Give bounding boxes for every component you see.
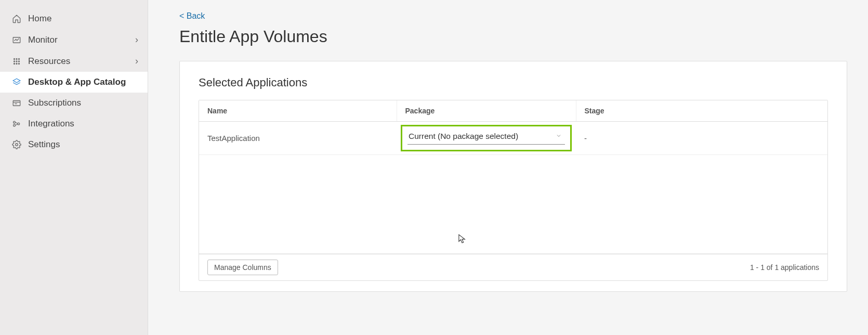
svg-point-5 <box>16 61 17 62</box>
sidebar-item-label: Resources <box>28 56 70 67</box>
svg-marker-10 <box>13 79 20 83</box>
catalog-icon <box>11 77 22 87</box>
svg-rect-11 <box>13 101 20 106</box>
svg-point-8 <box>16 63 17 64</box>
main-content: < Back Entitle App Volumes Selected Appl… <box>148 0 868 335</box>
svg-point-9 <box>19 63 20 64</box>
resources-icon <box>11 56 22 67</box>
svg-point-14 <box>14 121 16 123</box>
table-row: TestApplication Current (No package sele… <box>199 122 827 155</box>
sidebar-item-home[interactable]: Home <box>0 8 148 29</box>
svg-point-3 <box>19 58 20 59</box>
svg-point-2 <box>16 58 17 59</box>
column-header-name[interactable]: Name <box>199 100 397 122</box>
table-footer: Manage Columns 1 - 1 of 1 applications <box>199 254 827 280</box>
column-header-package[interactable]: Package <box>397 100 576 122</box>
column-header-stage[interactable]: Stage <box>576 100 827 122</box>
back-link[interactable]: < Back <box>179 11 205 20</box>
package-highlight: Current (No package selected) <box>401 125 572 151</box>
chevron-right-icon: › <box>135 56 138 67</box>
sidebar-item-label: Integrations <box>28 119 74 129</box>
subscriptions-icon <box>11 98 22 108</box>
integrations-icon <box>11 119 22 129</box>
svg-line-18 <box>15 124 18 125</box>
svg-point-1 <box>14 58 15 59</box>
package-dropdown-value: Current (No package selected) <box>409 132 518 141</box>
cell-stage: - <box>576 122 827 155</box>
package-dropdown[interactable]: Current (No package selected) <box>407 130 565 145</box>
sidebar-item-label: Settings <box>28 139 60 150</box>
card-title: Selected Applications <box>199 76 828 89</box>
sidebar-item-label: Subscriptions <box>28 98 81 108</box>
page-title: Entitle App Volumes <box>179 27 847 46</box>
sidebar-item-integrations[interactable]: Integrations <box>0 113 148 134</box>
applications-table: Name Package Stage TestApplication Curre… <box>199 100 827 254</box>
monitor-icon <box>11 35 22 45</box>
chevron-right-icon: › <box>135 34 138 45</box>
cell-package: Current (No package selected) <box>397 122 576 155</box>
sidebar-item-monitor[interactable]: Monitor › <box>0 29 148 50</box>
svg-line-17 <box>15 122 18 123</box>
chevron-down-icon <box>556 133 562 140</box>
svg-point-6 <box>19 61 20 62</box>
sidebar-item-desktop-app-catalog[interactable]: Desktop & App Catalog <box>0 72 148 93</box>
applications-table-wrap: Name Package Stage TestApplication Curre… <box>199 100 828 281</box>
sidebar-item-settings[interactable]: Settings <box>0 134 148 155</box>
svg-point-16 <box>18 123 20 125</box>
selected-applications-card: Selected Applications Name Package Stage… <box>179 61 847 292</box>
svg-point-19 <box>16 144 18 146</box>
table-empty-space <box>199 155 827 254</box>
footer-status: 1 - 1 of 1 applications <box>750 263 819 272</box>
svg-point-4 <box>14 61 15 62</box>
sidebar-item-label: Home <box>28 14 51 24</box>
settings-icon <box>11 139 22 150</box>
sidebar-item-label: Monitor <box>28 35 58 45</box>
cell-name: TestApplication <box>199 122 397 155</box>
sidebar-item-subscriptions[interactable]: Subscriptions <box>0 93 148 113</box>
sidebar-item-resources[interactable]: Resources › <box>0 50 148 72</box>
svg-point-7 <box>14 63 15 64</box>
svg-point-15 <box>14 124 16 126</box>
sidebar: Home Monitor › Resources › Desktop & App… <box>0 0 148 335</box>
home-icon <box>11 14 22 24</box>
manage-columns-button[interactable]: Manage Columns <box>207 260 278 275</box>
sidebar-item-label: Desktop & App Catalog <box>28 77 126 87</box>
